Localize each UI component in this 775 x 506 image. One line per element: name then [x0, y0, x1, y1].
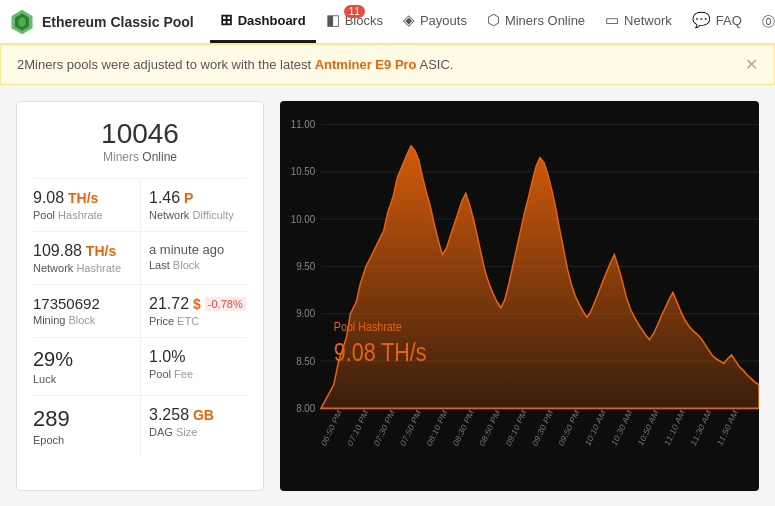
nav-item-faq-label: FAQ	[716, 13, 742, 28]
svg-text:08:10 PM: 08:10 PM	[425, 408, 450, 448]
pool-fee-label: Pool Fee	[149, 368, 247, 380]
epoch-label: Epoch	[33, 434, 132, 446]
faq-icon: 💬	[692, 11, 711, 29]
stat-pool-fee: 1.0% Pool Fee	[140, 337, 247, 395]
stat-last-block: a minute ago Last Block	[140, 231, 247, 284]
network-hashrate-number: 109.88	[33, 242, 82, 259]
banner-text-after: ASIC.	[417, 57, 454, 72]
nav-item-dashboard[interactable]: ⊞ Dashboard	[210, 0, 316, 43]
stat-price-etc: 21.72 $ -0.78% Price ETC	[140, 284, 247, 337]
network-hashrate-unit: TH/s	[82, 243, 116, 259]
price-label: Price ETC	[149, 315, 247, 327]
stats-panel: 10046 Miners Online 9.08 TH/s Pool Hashr…	[16, 101, 264, 491]
svg-text:10:30 AM: 10:30 AM	[610, 408, 634, 448]
banner-text-before: 2Miners pools were adjusted to work with…	[17, 57, 315, 72]
dag-size-value: 3.258 GB	[149, 406, 247, 424]
pool-hashrate-value: 9.08 TH/s	[33, 189, 132, 207]
price-change: -0.78%	[205, 297, 246, 311]
chart-panel: 11.00 10.50 10.00 9.50 9.00 8.50 8.00 06…	[280, 101, 759, 491]
stat-mining-block: 17350692 Mining Block	[33, 284, 140, 337]
network-difficulty-value: 1.46 P	[149, 189, 247, 207]
svg-text:08:30 PM: 08:30 PM	[451, 408, 476, 448]
how-to-start-button[interactable]: ⓪ How to Start	[752, 0, 775, 44]
price-unit: $	[193, 296, 201, 312]
svg-text:08:50 PM: 08:50 PM	[478, 408, 503, 448]
stats-grid: 9.08 TH/s Pool Hashrate 1.46 P Network D…	[33, 178, 247, 456]
network-difficulty-label: Network Difficulty	[149, 209, 247, 221]
dag-size-label: DAG Size	[149, 426, 247, 438]
last-block-value: a minute ago	[149, 242, 247, 257]
epoch-number: 289	[33, 406, 70, 431]
mining-block-number: 17350692	[33, 295, 100, 312]
nav-item-miners-online[interactable]: ⬡ Miners Online	[477, 0, 595, 43]
miners-label-text: Miners	[103, 150, 139, 164]
nav-item-faq[interactable]: 💬 FAQ	[682, 0, 752, 43]
nav-item-payouts-label: Payouts	[420, 13, 467, 28]
svg-text:Pool Hashrate: Pool Hashrate	[334, 319, 402, 334]
svg-text:06:50 PM: 06:50 PM	[319, 408, 344, 448]
pool-hashrate-label: Pool Hashrate	[33, 209, 132, 221]
announcement-banner: 2Miners pools were adjusted to work with…	[0, 44, 775, 85]
pool-hashrate-number: 9.08	[33, 189, 64, 206]
stat-luck: 29% Luck	[33, 337, 140, 395]
svg-text:11:30 AM: 11:30 AM	[689, 408, 713, 448]
banner-highlight[interactable]: Antminer E9 Pro	[315, 57, 417, 72]
brand: Ethereum Classic Pool	[8, 8, 194, 36]
dashboard-icon: ⊞	[220, 11, 233, 29]
pool-fee-value: 1.0%	[149, 348, 247, 366]
network-icon: ▭	[605, 11, 619, 29]
main-content: 10046 Miners Online 9.08 TH/s Pool Hashr…	[0, 85, 775, 506]
pool-hashrate-unit: TH/s	[64, 190, 98, 206]
blocks-icon: ◧	[326, 11, 340, 29]
network-difficulty-number: 1.46	[149, 189, 180, 206]
blocks-badge: 11	[344, 5, 365, 18]
svg-text:07:10 PM: 07:10 PM	[346, 408, 371, 448]
luck-value: 29%	[33, 348, 132, 371]
nav-item-payouts[interactable]: ◈ Payouts	[393, 0, 477, 43]
banner-text: 2Miners pools were adjusted to work with…	[17, 57, 453, 72]
mining-block-value: 17350692	[33, 295, 132, 312]
svg-text:9.00: 9.00	[296, 306, 315, 319]
brand-icon	[8, 8, 36, 36]
network-hashrate-value: 109.88 TH/s	[33, 242, 132, 260]
svg-text:8.00: 8.00	[296, 401, 315, 414]
nav-item-dashboard-label: Dashboard	[238, 13, 306, 28]
payouts-icon: ◈	[403, 11, 415, 29]
nav-item-network[interactable]: ▭ Network	[595, 0, 682, 43]
svg-text:11:10 AM: 11:10 AM	[662, 408, 686, 448]
network-hashrate-label: Network Hashrate	[33, 262, 132, 274]
svg-text:10.50: 10.50	[291, 165, 315, 178]
banner-close-button[interactable]: ✕	[745, 55, 758, 74]
svg-text:09:50 PM: 09:50 PM	[557, 408, 582, 448]
network-difficulty-unit: P	[180, 190, 193, 206]
stat-epoch: 289 Epoch	[33, 395, 140, 456]
miners-online-count: 10046 Miners Online	[33, 118, 247, 164]
svg-text:07:30 PM: 07:30 PM	[372, 408, 397, 448]
stat-network-hashrate: 109.88 TH/s Network Hashrate	[33, 231, 140, 284]
brand-name: Ethereum Classic Pool	[42, 14, 194, 30]
price-number: 21.72	[149, 295, 189, 313]
navbar: Ethereum Classic Pool ⊞ Dashboard ◧ Bloc…	[0, 0, 775, 44]
svg-text:09:30 PM: 09:30 PM	[530, 408, 555, 448]
svg-text:10:50 AM: 10:50 AM	[636, 408, 660, 448]
stat-pool-hashrate: 9.08 TH/s Pool Hashrate	[33, 178, 140, 231]
nav-right: ⓪ How to Start	[752, 0, 775, 44]
svg-text:11.00: 11.00	[291, 117, 315, 130]
svg-text:10:10 AM: 10:10 AM	[583, 408, 607, 448]
svg-text:09:10 PM: 09:10 PM	[504, 408, 529, 448]
stat-dag-size: 3.258 GB DAG Size	[140, 395, 247, 456]
help-icon: ⓪	[762, 13, 775, 31]
nav-item-blocks[interactable]: ◧ Blocks 11	[316, 0, 393, 43]
svg-text:9.08 TH/s: 9.08 TH/s	[334, 337, 427, 366]
price-etc-value: 21.72 $ -0.78%	[149, 295, 247, 313]
last-block-time: a minute ago	[149, 242, 224, 257]
miners-online-label: Miners Online	[33, 150, 247, 164]
miners-icon: ⬡	[487, 11, 500, 29]
pool-fee-number: 1.0%	[149, 348, 185, 365]
dag-size-unit: GB	[189, 407, 214, 423]
nav-item-network-label: Network	[624, 13, 672, 28]
svg-text:9.50: 9.50	[296, 259, 315, 272]
hashrate-chart: 11.00 10.50 10.00 9.50 9.00 8.50 8.00 06…	[280, 101, 759, 491]
miners-online-number: 10046	[33, 118, 247, 150]
stat-network-difficulty: 1.46 P Network Difficulty	[140, 178, 247, 231]
